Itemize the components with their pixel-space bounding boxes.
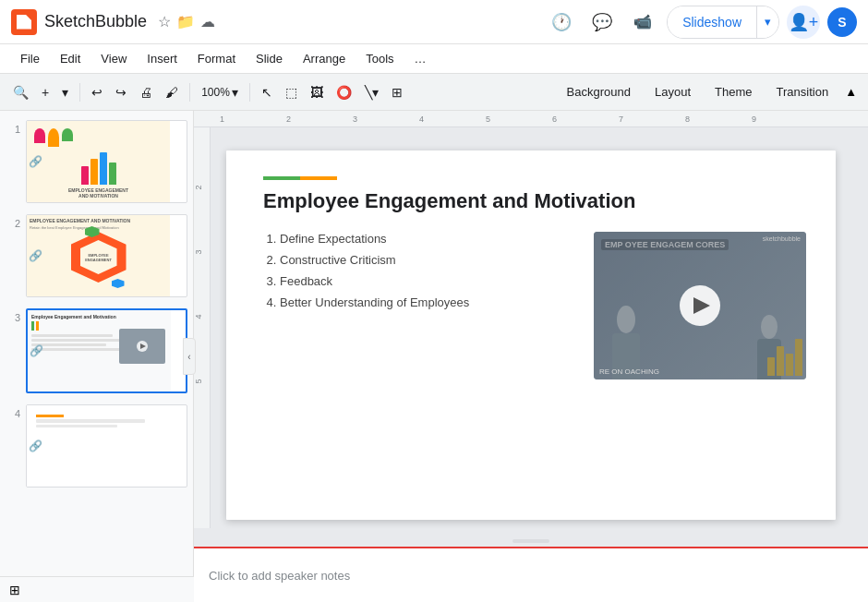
cursor-tool[interactable]: ↖ [256,78,278,106]
toolbar-collapse[interactable]: ▲ [841,78,861,106]
slide-panel: 1 EMPLOYEE ENGAGEMENTAND MOTIVATION [0,111,194,602]
list-item-2: Constructive Criticism [280,253,575,267]
notes-bar[interactable]: Click to add speaker notes [194,547,868,602]
app-title: SketchBubble [44,12,147,31]
comment-icon[interactable]: 💬 [585,6,619,39]
slide-item-2[interactable]: 2 EMPLOYEE ENGAGEMENT AND MOTIVATION Ret… [4,212,189,299]
search-btn[interactable]: 🔍 [7,78,34,106]
menu-format[interactable]: Format [188,48,245,69]
ruler-vertical: 2 3 4 5 [194,127,211,528]
video-logo: sketchbubble [763,235,801,242]
background-btn[interactable]: Background [556,78,642,106]
slide-num-3: 3 [6,308,20,323]
slide-num-4: 4 [6,404,20,419]
ruler-v-mark: 2 [194,185,203,189]
menu-more[interactable]: … [405,48,436,69]
ruler-mark: 2 [286,114,291,124]
zoom-percent-btn[interactable]: 100%▾ [196,78,244,106]
menu-slide[interactable]: Slide [247,48,292,69]
transition-btn[interactable]: Transition [766,78,840,106]
toolbar: 🔍 + ▾ ↩ ↪ 🖨 🖌 100%▾ ↖ ⬚ 🖼 ⭕ ╲▾ ⊞ Backgro… [0,74,868,111]
separator-1 [79,83,80,102]
slideshow-dropdown[interactable]: ▾ [757,6,778,38]
slide-canvas[interactable]: Employee Engagement and Motivation Defin… [226,150,836,520]
image-tool[interactable]: 🖼 [305,78,329,106]
ruler-horizontal: 1 2 3 4 5 6 7 8 9 [194,111,868,127]
ruler-mark: 6 [552,114,557,124]
slide-thumb-2[interactable]: EMPLOYEE ENGAGEMENT AND MOTIVATION Retai… [26,214,187,297]
history-icon[interactable]: 🕐 [545,6,578,39]
star-icon[interactable]: ☆ [158,13,171,30]
redo-btn[interactable]: ↪ [110,78,132,106]
slide-num-1: 1 [6,120,20,135]
zoom-btn[interactable]: + [36,78,54,106]
menu-file[interactable]: File [11,48,49,69]
ruler-mark: 8 [685,114,690,124]
notes-placeholder[interactable]: Click to add speaker notes [209,569,350,583]
main-layout: 1 EMPLOYEE ENGAGEMENTAND MOTIVATION [0,111,868,602]
panel-collapse-btn[interactable]: ‹ [183,338,196,375]
undo-btn[interactable]: ↩ [86,78,108,106]
shape-tool[interactable]: ⭕ [331,78,357,106]
list-item-1: Define Expectations [280,232,575,246]
menu-arrange[interactable]: Arrange [294,48,355,69]
ruler-mark: 1 [220,114,224,124]
slide-item-4[interactable]: 4 🔗 [4,403,189,489]
line-tool[interactable]: ╲▾ [359,78,384,106]
slide-thumb-4[interactable]: 🔗 [26,404,187,488]
zoom-dropdown[interactable]: ▾ [56,78,74,106]
layout-btn[interactable]: Layout [644,78,702,106]
title-icons: ☆ 📁 ☁ [158,13,215,30]
user-avatar[interactable]: S [827,7,857,37]
select-tool[interactable]: ⬚ [280,78,303,106]
ruler-mark: 4 [419,114,424,124]
add-person-button[interactable]: 👤+ [787,6,820,39]
slide-thumb-3[interactable]: Employee Engagement and Motivation [26,308,187,393]
list-item-3: Feedback [280,274,575,288]
folder-icon[interactable]: 📁 [176,13,195,30]
ruler-mark: 5 [486,114,490,124]
slide-item-3[interactable]: 3 Employee Engagement and Motivation [4,307,189,395]
ruler-v-mark: 3 [194,249,203,254]
slide-thumb-1[interactable]: EMPLOYEE ENGAGEMENTAND MOTIVATION 🔗 [26,120,187,203]
slide-title: Employee Engagement and Motivation [263,189,806,213]
separator-2 [189,83,190,102]
slide-list: Define Expectations Constructive Critici… [263,232,575,501]
video-overlay[interactable] [594,232,806,379]
slide-content: Employee Engagement and Motivation Defin… [226,150,836,520]
menu-edit[interactable]: Edit [51,48,90,69]
slideshow-button: Slideshow ▾ [667,6,779,39]
video-call-icon[interactable]: 📹 [626,6,659,39]
slide-num-2: 2 [6,214,20,229]
menu-insert[interactable]: Insert [138,48,187,69]
slide-canvas-wrap: Employee Engagement and Motivation Defin… [194,127,868,536]
list-item-4: Better Understanding of Employees [280,295,575,309]
menu-tools[interactable]: Tools [356,48,403,69]
slide-body: Define Expectations Constructive Critici… [263,232,806,501]
app-icon [11,9,37,35]
theme-btn[interactable]: Theme [704,78,763,106]
print-btn[interactable]: 🖨 [134,78,158,106]
paint-format-btn[interactable]: 🖌 [160,78,184,106]
zoom-level: 100% [201,86,230,99]
slideshow-main-btn[interactable]: Slideshow [668,6,756,38]
scroll-indicator [512,539,549,543]
separator-3 [249,83,250,102]
menu-bar: File Edit View Insert Format Slide Arran… [0,44,868,74]
textbox-tool[interactable]: ⊞ [386,78,408,106]
ruler-mark: 9 [752,114,756,124]
slide-video[interactable]: EMP OYEE ENGAGEM CORES RE ON OACHING ske… [594,232,806,379]
bottom-bar: ⊞ [0,576,194,602]
grid-view-btn[interactable]: ⊞ [9,583,20,597]
slide-accent-line [263,176,806,180]
link-icon-3: 🔗 [30,344,43,357]
cloud-icon[interactable]: ☁ [200,13,215,30]
link-icon-1: 🔗 [29,155,42,168]
accent-orange [300,176,337,180]
menu-view[interactable]: View [91,48,136,69]
top-bar: SketchBubble ☆ 📁 ☁ 🕐 💬 📹 Slideshow ▾ 👤+ … [0,0,868,44]
video-bottom-left: RE ON OACHING [599,367,659,376]
video-play-btn[interactable] [680,285,720,326]
plus-icon: + [42,85,49,100]
slide-item-1[interactable]: 1 EMPLOYEE ENGAGEMENTAND MOTIVATION [4,118,189,205]
